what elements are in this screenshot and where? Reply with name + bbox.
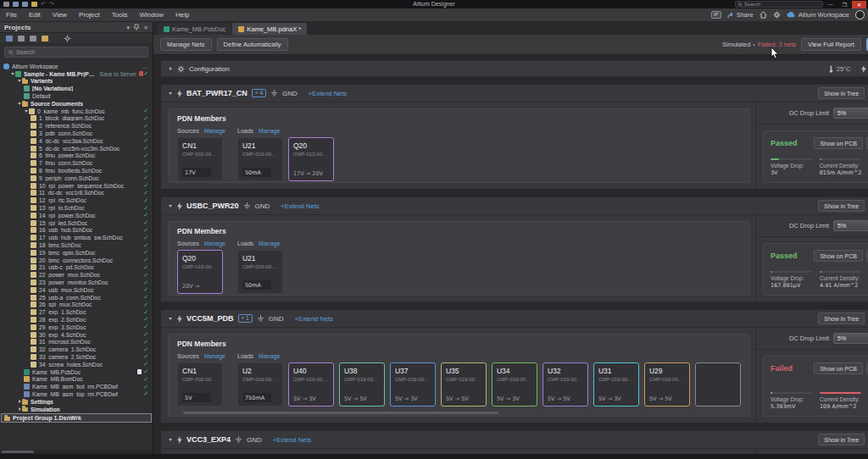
tree-item[interactable]: 32_camera_1.SchDoc✓ — [0, 346, 153, 353]
component-card[interactable]: U21CMP-019-0004...50mA — [237, 250, 283, 294]
component-card[interactable]: Q20CMP-013-0003...20V → — [177, 250, 223, 294]
tree-item[interactable]: [No Variations] — [0, 85, 153, 92]
manage-link[interactable]: Manage — [204, 353, 225, 359]
tree-item[interactable]: 16_usb_hub.SchDoc✓ — [0, 227, 153, 235]
minimize-button[interactable]: — — [823, 1, 837, 8]
tree-item[interactable]: 18_bmc.SchDoc✓ — [0, 241, 153, 249]
extend-nets-link[interactable]: +Extend Nets — [295, 315, 333, 323]
tree-item[interactable]: 17_usb_hub_smbus_sw.SchDoc✓ — [0, 234, 153, 241]
comment-icon[interactable] — [711, 11, 721, 19]
chevron-down-icon[interactable] — [168, 439, 173, 441]
tree-item[interactable]: 10_rpi_power_sequence.SchDoc✓ — [0, 182, 153, 190]
tree-item[interactable]: Kame_MB_asm_top_rm.PCBDwf✓ — [0, 390, 153, 398]
net-section-header[interactable]: USBC_PWR20GND+Extend NetsShow in TreeAna… — [161, 197, 868, 215]
folder-options-icon[interactable] — [42, 36, 48, 41]
menu-window[interactable]: Window — [133, 8, 169, 22]
tree-item[interactable]: Default — [0, 92, 153, 100]
tree-item[interactable]: 5_dc-dc_vcc5m-vcc3m.SchDoc✓ — [0, 145, 153, 152]
document-tab[interactable]: Kame_MB.pdnaX * — [232, 23, 307, 35]
open-icon[interactable] — [31, 2, 37, 7]
net-section-header[interactable]: VCC3_EXP4GND+Extend NetsShow in TreeAnal… — [161, 431, 868, 449]
menu-help[interactable]: Help — [170, 8, 195, 22]
dc-drop-limit-select[interactable]: 5% — [833, 220, 868, 231]
component-card[interactable]: Q20CMP-013-0003...17V → 20V — [288, 137, 334, 181]
menu-view[interactable]: View — [47, 8, 73, 22]
component-voltage-value[interactable]: 50mA — [242, 168, 271, 177]
tree-item[interactable]: 31_microsd.SchDoc✓ — [0, 338, 153, 346]
extend-nets-link[interactable]: +Extend Nets — [309, 90, 347, 97]
tree-item[interactable]: Source Documents — [0, 100, 153, 108]
view-full-report-button[interactable]: View Full Report — [801, 38, 861, 51]
component-card[interactable]: U2CMP-019-0004...750mA — [237, 362, 283, 406]
tree-item[interactable]: 25_usb-a_conn.SchDoc✓ — [0, 294, 153, 301]
net-section-header[interactable]: BAT_PWR17_CN+ 4GND+Extend NetsShow in Tr… — [161, 85, 868, 102]
tree-item[interactable]: 14_rpi_power.SchDoc✓ — [0, 212, 153, 219]
panel-close-icon[interactable]: ✕ — [143, 22, 148, 33]
show-on-pcb-button[interactable]: Show on PCB — [814, 250, 863, 262]
chevron-down-icon[interactable] — [168, 318, 173, 320]
component-card[interactable]: U40CMP-019-0004...5V → 3V — [288, 362, 334, 406]
dc-drop-limit-select[interactable]: 5% — [833, 333, 868, 344]
tree-item[interactable]: 24_usb_mux.SchDoc✓ — [0, 286, 153, 294]
tree-item[interactable]: Kame_MB_asm_bot_rm.PCBDwf✓ — [0, 383, 153, 390]
board-icon[interactable] — [6, 36, 13, 41]
filter-icon[interactable] — [30, 36, 36, 41]
component-icon[interactable] — [18, 36, 25, 41]
tree-item[interactable]: 6_fmu_power.SchDoc✓ — [0, 152, 153, 160]
undo-icon[interactable]: ↶ — [41, 1, 46, 8]
projects-search-input[interactable]: Search — [4, 47, 148, 58]
menu-edit[interactable]: Edit — [23, 8, 47, 22]
show-on-pcb-button[interactable]: Show on PCB — [814, 137, 863, 149]
home-icon[interactable] — [760, 11, 767, 19]
projects-hscrollbar[interactable] — [0, 450, 153, 454]
component-card[interactable]: U31CMP-019-0004...5V → 3V — [593, 362, 639, 406]
tree-item[interactable]: 0_kame_mb_func.SchDoc✓ — [0, 108, 153, 115]
show-in-tree-button[interactable]: Show in Tree — [818, 87, 865, 99]
component-card[interactable]: U37CMP-019-0004...5V → 3V — [390, 362, 436, 406]
global-search-input[interactable]: Search — [735, 1, 823, 8]
settings-icon[interactable] — [64, 35, 71, 42]
menu-tools[interactable]: Tools — [106, 8, 134, 22]
net-section-header[interactable]: VCC5M_PDB+ 1GND+Extend NetsShow in TreeA… — [161, 310, 868, 328]
share-button[interactable]: Share — [727, 11, 754, 19]
show-in-tree-button[interactable]: Show in Tree — [818, 200, 865, 212]
tree-item[interactable]: Kame_MB.BomDoc✓ — [0, 375, 153, 383]
extend-nets-link[interactable]: +Extend Nets — [281, 202, 319, 210]
tree-item[interactable]: 7_fmu_conn.SchDoc✓ — [0, 159, 153, 167]
tree-item[interactable]: 11_dc-dc_vcc1r8.SchDoc✓ — [0, 190, 153, 197]
tree-item[interactable]: 22_power_mux.SchDoc✓ — [0, 271, 153, 279]
workspace-menu[interactable]: Altium Workspace — [787, 11, 849, 19]
tree-item[interactable]: Sample - Kame MB.PrjPCB *Save to Server✓ — [0, 70, 153, 78]
component-card[interactable]: U34CMP-019-0004...5V → 3V — [492, 362, 537, 406]
component-card[interactable]: U32CMP-019-0004...5V → 5V — [542, 362, 588, 406]
tree-item[interactable]: Kame_MB.PcbDoc✓ — [0, 368, 153, 376]
component-card[interactable]: CN1CMP-002-0006...17V — [177, 137, 223, 181]
menu-project[interactable]: Project — [73, 8, 106, 22]
tree-item[interactable]: 30_exp_4.SchDoc✓ — [0, 331, 153, 339]
tree-item[interactable]: 34_screw_holes.SchDoc✓ — [0, 361, 153, 368]
extend-nets-link[interactable]: +Extend Nets — [273, 436, 311, 444]
tree-item[interactable]: 27_exp_1.SchDoc✓ — [0, 308, 153, 316]
configuration-row[interactable]: Configuration 25°C 100 A/mm^2 — [160, 60, 868, 77]
show-in-tree-button[interactable]: Show in Tree — [818, 434, 865, 445]
project-group-item[interactable]: Project Group 1.DsnWrk — [1, 413, 152, 423]
define-automatically-button[interactable]: Define Automatically — [217, 38, 288, 51]
tree-item[interactable]: 21_usb-c_pd.SchDoc✓ — [0, 264, 153, 272]
tree-item[interactable]: 33_camera_2.SchDoc✓ — [0, 353, 153, 361]
save-all-icon[interactable] — [22, 2, 28, 7]
scrollbar-thumb[interactable] — [183, 412, 498, 414]
tree-item[interactable]: Settings — [0, 398, 153, 406]
manage-link[interactable]: Manage — [259, 128, 280, 134]
tree-item[interactable]: Variants — [0, 78, 153, 86]
component-card[interactable]: U35CMP-019-0004...5V → 5V — [441, 362, 487, 406]
avatar[interactable] — [855, 10, 865, 19]
tree-item[interactable]: 23_power_monitor.SchDoc✓ — [0, 279, 153, 286]
restore-button[interactable]: ❐ — [837, 1, 852, 8]
gear-icon[interactable] — [773, 11, 781, 19]
tree-item[interactable]: 26_spi_mux.SchDoc✓ — [0, 301, 153, 309]
dc-drop-limit-select[interactable]: 5% — [833, 108, 868, 119]
more-options-icon[interactable]: … — [142, 64, 151, 69]
show-on-pcb-button[interactable]: Show on PCB — [814, 362, 863, 374]
component-voltage-value[interactable]: 50mA — [242, 280, 271, 290]
chevron-down-icon[interactable] — [168, 92, 173, 95]
